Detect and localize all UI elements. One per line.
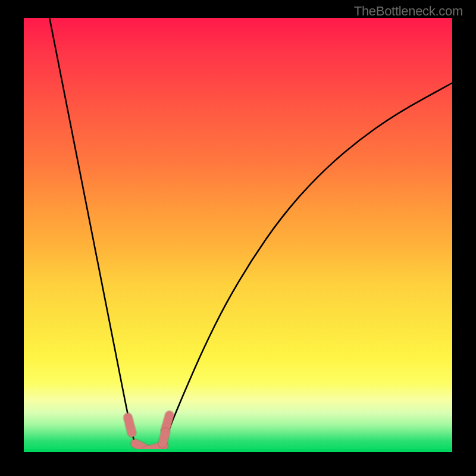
watermark-text: TheBottleneck.com <box>354 4 463 19</box>
data-markers <box>128 415 170 451</box>
chart-container: TheBottleneck.com <box>0 0 476 476</box>
bottleneck-curve <box>49 18 452 452</box>
marker-right-lower <box>162 432 165 443</box>
marker-left-short <box>128 418 131 433</box>
curve-layer <box>24 18 452 452</box>
optimal-baseline <box>24 449 452 452</box>
plot-area <box>24 18 452 452</box>
